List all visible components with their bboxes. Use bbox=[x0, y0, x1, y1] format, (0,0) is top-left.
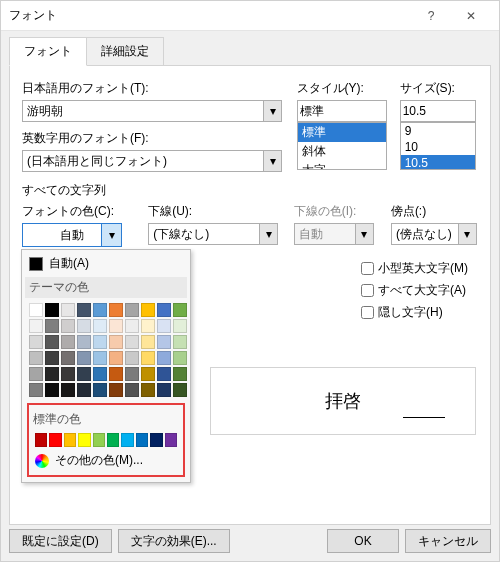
font-color-dropdown[interactable]: 自動 ▾ bbox=[22, 223, 122, 247]
color-swatch[interactable] bbox=[61, 383, 75, 397]
chevron-down-icon: ▾ bbox=[263, 151, 281, 171]
color-swatch[interactable] bbox=[173, 335, 187, 349]
color-swatch[interactable] bbox=[150, 433, 162, 447]
tab-advanced[interactable]: 詳細設定 bbox=[86, 37, 164, 66]
color-swatch[interactable] bbox=[125, 335, 139, 349]
color-swatch[interactable] bbox=[61, 303, 75, 317]
set-default-button[interactable]: 既定に設定(D) bbox=[9, 529, 112, 553]
color-swatch[interactable] bbox=[93, 383, 107, 397]
color-swatch[interactable] bbox=[45, 335, 59, 349]
color-swatch[interactable] bbox=[45, 319, 59, 333]
color-swatch[interactable] bbox=[121, 433, 133, 447]
help-button[interactable]: ? bbox=[411, 2, 451, 30]
color-swatch[interactable] bbox=[141, 367, 155, 381]
color-swatch[interactable] bbox=[141, 335, 155, 349]
color-swatch[interactable] bbox=[157, 303, 171, 317]
color-swatch[interactable] bbox=[61, 351, 75, 365]
color-swatch[interactable] bbox=[61, 367, 75, 381]
close-button[interactable]: ✕ bbox=[451, 2, 491, 30]
style-option[interactable]: 太字 bbox=[298, 161, 386, 170]
more-colors-item[interactable]: その他の色(M)... bbox=[31, 449, 181, 472]
color-swatch[interactable] bbox=[136, 433, 148, 447]
color-swatch[interactable] bbox=[157, 383, 171, 397]
color-swatch[interactable] bbox=[78, 433, 90, 447]
color-swatch[interactable] bbox=[77, 319, 91, 333]
color-swatch[interactable] bbox=[61, 335, 75, 349]
color-swatch[interactable] bbox=[125, 351, 139, 365]
color-swatch[interactable] bbox=[93, 367, 107, 381]
underline-combo[interactable]: (下線なし) ▾ bbox=[148, 223, 278, 245]
color-swatch[interactable] bbox=[29, 351, 43, 365]
color-swatch[interactable] bbox=[109, 319, 123, 333]
tab-font[interactable]: フォント bbox=[9, 37, 87, 66]
color-swatch[interactable] bbox=[77, 335, 91, 349]
color-swatch[interactable] bbox=[93, 319, 107, 333]
en-font-combo[interactable]: (日本語用と同じフォント) ▾ bbox=[22, 150, 282, 172]
emphasis-combo[interactable]: (傍点なし) ▾ bbox=[391, 223, 477, 245]
color-swatch[interactable] bbox=[173, 319, 187, 333]
color-swatch[interactable] bbox=[93, 335, 107, 349]
color-swatch[interactable] bbox=[109, 367, 123, 381]
style-input[interactable] bbox=[297, 100, 387, 122]
color-swatch[interactable] bbox=[173, 351, 187, 365]
color-swatch[interactable] bbox=[29, 383, 43, 397]
color-swatch[interactable] bbox=[29, 367, 43, 381]
color-swatch[interactable] bbox=[141, 319, 155, 333]
color-swatch[interactable] bbox=[141, 383, 155, 397]
color-swatch[interactable] bbox=[77, 383, 91, 397]
color-swatch[interactable] bbox=[29, 319, 43, 333]
size-option[interactable]: 10 bbox=[401, 139, 475, 155]
ok-button[interactable]: OK bbox=[327, 529, 399, 553]
color-swatch[interactable] bbox=[45, 383, 59, 397]
color-swatch[interactable] bbox=[49, 433, 61, 447]
color-swatch[interactable] bbox=[109, 351, 123, 365]
color-swatch[interactable] bbox=[61, 319, 75, 333]
color-swatch[interactable] bbox=[45, 367, 59, 381]
chevron-down-icon: ▾ bbox=[259, 224, 277, 244]
color-swatch[interactable] bbox=[93, 303, 107, 317]
color-swatch[interactable] bbox=[109, 303, 123, 317]
color-swatch[interactable] bbox=[173, 383, 187, 397]
all-caps-checkbox[interactable] bbox=[361, 284, 374, 297]
color-swatch[interactable] bbox=[77, 367, 91, 381]
color-swatch[interactable] bbox=[109, 383, 123, 397]
color-swatch[interactable] bbox=[173, 367, 187, 381]
color-swatch[interactable] bbox=[157, 335, 171, 349]
color-swatch[interactable] bbox=[45, 351, 59, 365]
color-swatch[interactable] bbox=[157, 319, 171, 333]
style-option[interactable]: 斜体 bbox=[298, 142, 386, 161]
color-swatch[interactable] bbox=[35, 433, 47, 447]
color-swatch[interactable] bbox=[93, 433, 105, 447]
jp-font-combo[interactable]: 游明朝 ▾ bbox=[22, 100, 282, 122]
color-swatch[interactable] bbox=[125, 319, 139, 333]
size-input[interactable] bbox=[400, 100, 476, 122]
color-swatch[interactable] bbox=[141, 351, 155, 365]
size-option[interactable]: 10.5 bbox=[401, 155, 475, 170]
cancel-button[interactable]: キャンセル bbox=[405, 529, 491, 553]
color-swatch[interactable] bbox=[107, 433, 119, 447]
size-option[interactable]: 9 bbox=[401, 123, 475, 139]
color-swatch[interactable] bbox=[157, 367, 171, 381]
color-swatch[interactable] bbox=[45, 303, 59, 317]
color-swatch[interactable] bbox=[29, 335, 43, 349]
color-swatch[interactable] bbox=[77, 351, 91, 365]
style-listbox[interactable]: 標準斜体太字 bbox=[297, 122, 387, 170]
color-swatch[interactable] bbox=[77, 303, 91, 317]
color-swatch[interactable] bbox=[141, 303, 155, 317]
small-caps-checkbox[interactable] bbox=[361, 262, 374, 275]
color-swatch[interactable] bbox=[125, 383, 139, 397]
color-swatch[interactable] bbox=[157, 351, 171, 365]
style-option[interactable]: 標準 bbox=[298, 123, 386, 142]
hidden-checkbox[interactable] bbox=[361, 306, 374, 319]
text-effects-button[interactable]: 文字の効果(E)... bbox=[118, 529, 230, 553]
color-swatch[interactable] bbox=[165, 433, 177, 447]
size-listbox[interactable]: 91010.5 bbox=[400, 122, 476, 170]
color-swatch[interactable] bbox=[93, 351, 107, 365]
color-swatch[interactable] bbox=[125, 367, 139, 381]
color-swatch[interactable] bbox=[125, 303, 139, 317]
color-swatch[interactable] bbox=[173, 303, 187, 317]
color-swatch[interactable] bbox=[29, 303, 43, 317]
color-swatch[interactable] bbox=[109, 335, 123, 349]
color-swatch[interactable] bbox=[64, 433, 76, 447]
auto-color-item[interactable]: 自動(A) bbox=[25, 253, 187, 274]
